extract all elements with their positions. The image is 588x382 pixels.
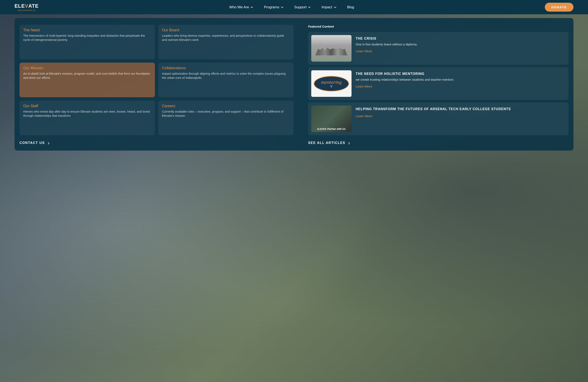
nav-links: Who We Are Programs Support Impact Blog [229,5,354,9]
featured-card-mentoring[interactable]: mentoring V THE NEED FOR HOLISTIC MENTOR… [308,67,568,100]
featured-image-city [311,35,352,62]
nav-link-label: Programs [264,5,279,9]
logo-subtitle: INDIANAPOLIS [15,9,39,11]
menu-item-desc: An in-depth look at Elevate's mission, p… [23,72,151,80]
chevron-right-icon [348,142,350,144]
featured-card-arsenal[interactable]: ELEVATE Partner with Us HELPING TRANSFOR… [308,102,568,135]
featured-cards: THE CRISIS One in five students leave wi… [308,32,568,135]
featured-card-title: THE NEED FOR HOLISTIC MENTORING [356,72,453,76]
contact-us-label: CONTACT US [20,141,45,145]
menu-item-desc: Leaders who bring diverse expertise, exp… [162,34,290,42]
partner-text: Partner with Us [327,128,345,131]
see-all-label: SEE ALL ARTICLES [308,141,345,145]
featured-content: HELPING TRANSFORM THE FUTURES OF ARSENAL… [356,106,511,132]
partner-logo-text: ELEVATE [317,128,327,130]
menu-item-desc: The intersection of multi-layered, long-… [23,34,151,42]
donate-button[interactable]: DONATE [545,3,573,12]
menu-item-title: Our Board [162,28,290,32]
logo[interactable]: ELEVATE INDIANAPOLIS [15,3,39,11]
menu-item-collaborations[interactable]: Collaborations Impact optimization throu… [158,63,294,97]
menu-item-our-staff[interactable]: Our Staff Heroes who invest day after da… [20,101,155,135]
featured-card-title: THE CRISIS [356,36,418,41]
nav-who-we-are[interactable]: Who We Are [229,5,253,9]
learn-more-link[interactable]: Learn More [356,114,511,118]
featured-section: Featured Content THE CRISIS One in five … [298,25,568,145]
chevron-right-icon [48,142,49,144]
see-all-articles-link[interactable]: SEE ALL ARTICLES [308,141,350,145]
chevron-up-icon [251,6,253,8]
learn-more-link[interactable]: Learn More [356,49,418,53]
menu-item-careers[interactable]: Careers Currently available roles – exec… [158,101,294,135]
chevron-down-icon [334,6,336,8]
mega-menu: The Need The intersection of multi-layer… [15,18,573,151]
nav-link-label: Who We Are [229,5,249,9]
featured-image-partner: ELEVATE Partner with Us [311,106,352,132]
mentoring-v-icon: V [330,85,332,88]
mentoring-badge: mentoring V [314,76,349,92]
menu-item-title: Our Mission [23,66,151,70]
menu-item-title: The Need [23,28,151,32]
featured-card-desc: we create trusting relationships between… [356,77,453,82]
bottom-links-left: CONTACT US [20,141,294,145]
featured-header: Featured Content [308,25,568,28]
nav-link-label: Blog [347,5,354,9]
navbar: ELEVATE INDIANAPOLIS Who We Are Programs… [0,0,588,14]
menu-item-title: Collaborations [162,66,290,70]
menu-item-the-need[interactable]: The Need The intersection of multi-layer… [20,25,155,59]
menu-item-our-mission[interactable]: Our Mission An in-depth look at Elevate'… [20,63,155,97]
mentoring-text: mentoring [321,79,342,85]
nav-link-label: Support [294,5,307,9]
logo-text-1: ELE [15,3,25,9]
contact-us-link[interactable]: CONTACT US [20,141,49,145]
nav-programs[interactable]: Programs [264,5,283,9]
partner-overlay: ELEVATE Partner with Us [317,128,346,131]
chevron-down-icon [308,6,311,8]
menu-columns: The Need The intersection of multi-layer… [20,25,294,135]
menu-left: The Need The intersection of multi-layer… [20,25,294,145]
featured-image-mentoring: mentoring V [311,70,352,97]
menu-item-desc: Heroes who invest day after day to ensur… [23,110,151,118]
nav-link-label: Impact [321,5,332,9]
logo-text-v: V [25,3,28,9]
featured-content: THE CRISIS One in five students leave wi… [356,35,418,62]
featured-card-desc: One in five students leave without a dip… [356,42,418,47]
chevron-down-icon [281,6,283,8]
nav-blog[interactable]: Blog [347,5,354,9]
menu-item-title: Careers [162,104,290,108]
featured-card-title: HELPING TRANSFORM THE FUTURES OF ARSENAL… [356,107,511,111]
menu-item-our-board[interactable]: Our Board Leaders who bring diverse expe… [158,25,294,59]
logo-text-3: ATE [28,3,39,9]
featured-content: THE NEED FOR HOLISTIC MENTORING we creat… [356,70,453,97]
learn-more-link[interactable]: Learn More [356,85,453,88]
menu-item-desc: Impact optimization through aligning eff… [162,72,290,80]
bottom-links-right: SEE ALL ARTICLES [308,141,568,145]
menu-item-desc: Currently available roles – executive, p… [162,110,290,118]
featured-card-crisis[interactable]: THE CRISIS One in five students leave wi… [308,32,568,65]
menu-item-title: Our Staff [23,104,151,108]
logo-main: ELEVATE [15,3,39,9]
nav-support[interactable]: Support [294,5,311,9]
nav-impact[interactable]: Impact [321,5,336,9]
